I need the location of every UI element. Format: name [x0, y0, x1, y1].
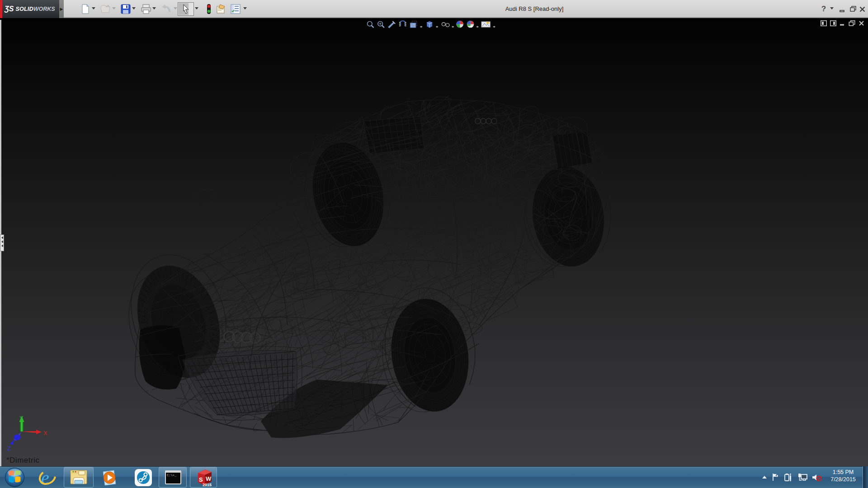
- svg-text:C:\>_: C:\>_: [167, 474, 177, 477]
- svg-text:S: S: [199, 476, 203, 483]
- svg-text:X: X: [43, 430, 47, 436]
- svg-text:2015: 2015: [203, 483, 212, 487]
- svg-text:W: W: [206, 475, 212, 482]
- svg-text:Z: Z: [7, 445, 11, 452]
